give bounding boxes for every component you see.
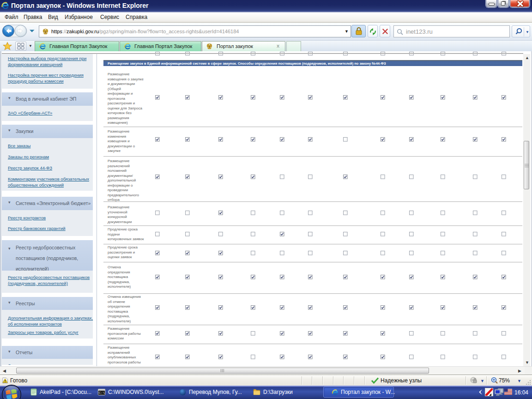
svg-text:C:\: C:\: [99, 391, 105, 395]
